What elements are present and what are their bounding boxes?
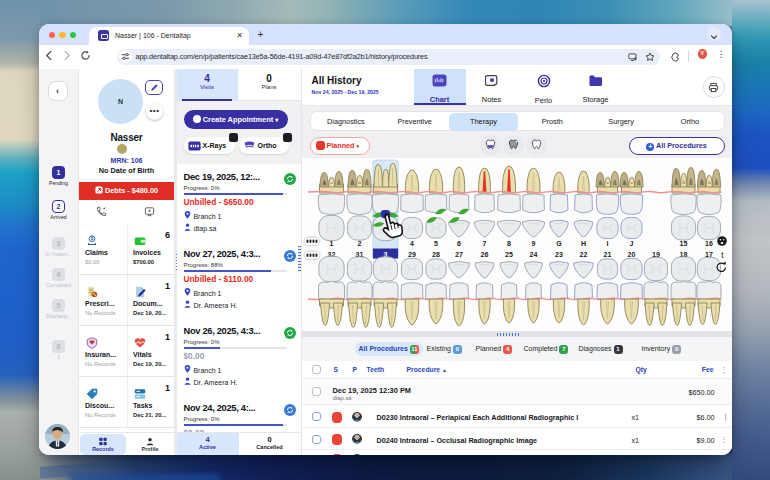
svg-text:2: 2 xyxy=(357,240,361,247)
svg-text:H: H xyxy=(580,240,585,247)
svg-text:15: 15 xyxy=(679,240,687,247)
svg-text:9: 9 xyxy=(531,240,535,247)
svg-text:7: 7 xyxy=(482,240,486,247)
svg-text:I: I xyxy=(606,240,608,247)
svg-text:28: 28 xyxy=(432,251,440,258)
svg-text:19: 19 xyxy=(652,251,660,258)
svg-text:$: $ xyxy=(91,236,94,241)
svg-text:5: 5 xyxy=(434,240,438,247)
svg-text:22: 22 xyxy=(579,251,587,258)
svg-text:29: 29 xyxy=(408,251,416,258)
svg-text:25: 25 xyxy=(505,251,513,258)
svg-text:8: 8 xyxy=(507,240,511,247)
svg-text:16: 16 xyxy=(705,240,713,247)
svg-text:21: 21 xyxy=(603,251,611,258)
svg-text:6: 6 xyxy=(457,240,461,247)
svg-text:4: 4 xyxy=(410,240,414,247)
svg-text:J: J xyxy=(629,240,633,247)
svg-text:20: 20 xyxy=(627,251,635,258)
svg-text:27: 27 xyxy=(455,251,463,258)
svg-text:17: 17 xyxy=(705,251,713,258)
svg-text:G: G xyxy=(556,240,562,247)
svg-text:t: t xyxy=(721,249,724,260)
svg-text:23: 23 xyxy=(555,251,563,258)
svg-text:26: 26 xyxy=(480,251,488,258)
svg-text:24: 24 xyxy=(529,251,537,258)
svg-text:1: 1 xyxy=(329,240,333,247)
